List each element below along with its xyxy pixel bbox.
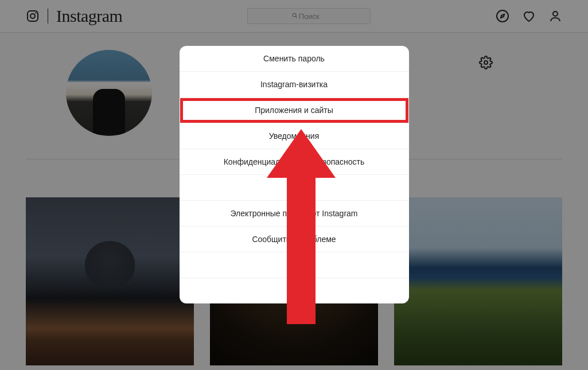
settings-modal-item[interactable]: Приложения и сайты (180, 98, 409, 123)
settings-modal-item[interactable]: ии (180, 175, 409, 201)
settings-modal-item[interactable]: Instagram-визитка (180, 72, 409, 98)
settings-modal-item[interactable]: Электронные письма от Instagram (180, 201, 409, 227)
settings-modal-item[interactable]: Сменить пароль (180, 46, 409, 72)
settings-modal-item[interactable]: Сообщить о проблеме (180, 227, 409, 252)
settings-modal-item[interactable]: и (180, 252, 409, 278)
settings-modal-item[interactable]: а (180, 278, 409, 303)
settings-modal: Сменить парольInstagram-визиткаПриложени… (180, 46, 409, 303)
settings-modal-item[interactable]: Уведомления (180, 123, 409, 149)
settings-modal-item[interactable]: Конфиденциальность и безопасность (180, 149, 409, 175)
